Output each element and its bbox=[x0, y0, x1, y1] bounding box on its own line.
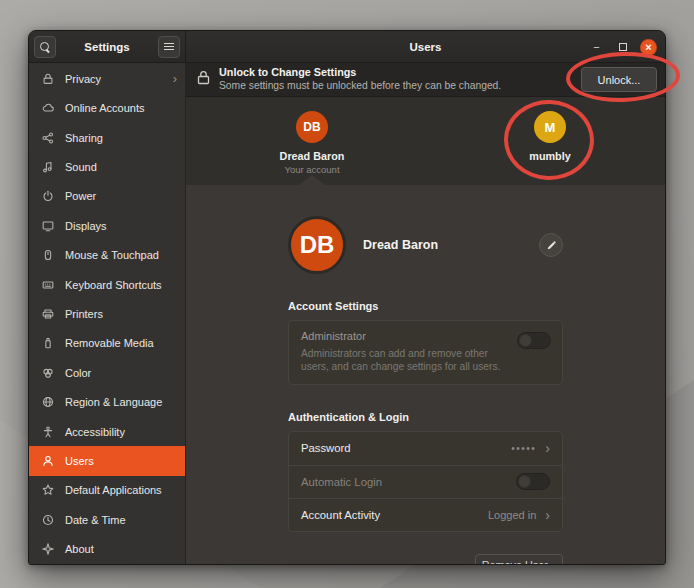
lock-icon bbox=[197, 70, 210, 89]
users-icon bbox=[40, 453, 55, 468]
printer-icon bbox=[40, 306, 55, 321]
user-details: DB Dread Baron Account Settings Administ… bbox=[186, 185, 665, 564]
settings-title: Settings bbox=[84, 41, 129, 53]
sidebar-item-sound[interactable]: Sound bbox=[29, 152, 185, 181]
search-button[interactable] bbox=[34, 36, 56, 58]
display-icon bbox=[40, 218, 55, 233]
remove-user-button[interactable]: Remove User... bbox=[475, 554, 563, 564]
auth-login-header: Authentication & Login bbox=[288, 411, 563, 423]
chevron-right-icon: › bbox=[545, 508, 550, 522]
auth-login-card: Password ••••• › Automatic Login bbox=[288, 431, 563, 533]
sidebar-item-users[interactable]: Users bbox=[29, 446, 185, 475]
sidebar-item-keyboard-shortcuts[interactable]: Keyboard Shortcuts bbox=[29, 270, 185, 299]
menu-button[interactable] bbox=[158, 36, 180, 58]
user-name: Dread Baron bbox=[363, 238, 438, 252]
administrator-card: Administrator Administrators can add and… bbox=[288, 320, 563, 385]
automatic-login-toggle[interactable] bbox=[516, 473, 550, 490]
chevron-right-icon: › bbox=[173, 72, 177, 85]
window-controls: − × bbox=[588, 31, 657, 63]
cloud-icon bbox=[40, 101, 55, 116]
headerbar-right: Users − × bbox=[186, 31, 665, 62]
share-icon bbox=[40, 130, 55, 145]
infobar-subtitle: Some settings must be unlocked before th… bbox=[219, 80, 501, 93]
accessibility-icon bbox=[40, 424, 55, 439]
users-panel: Unlock to Change Settings Some settings … bbox=[186, 63, 665, 564]
sidebar-item-displays[interactable]: Displays bbox=[29, 211, 185, 240]
user-header: DB Dread Baron bbox=[288, 216, 563, 274]
sidebar-item-region-language[interactable]: Region & Language bbox=[29, 387, 185, 416]
hamburger-icon bbox=[164, 43, 174, 51]
headerbar: Settings Users − × bbox=[29, 31, 665, 63]
sidebar-item-power[interactable]: Power bbox=[29, 182, 185, 211]
carousel-user-subtitle: Your account bbox=[284, 164, 339, 175]
carousel-user-name: Dread Baron bbox=[280, 150, 345, 162]
close-button[interactable]: × bbox=[640, 39, 657, 56]
carousel-user-dread-baron[interactable]: DB Dread Baron Your account bbox=[262, 111, 362, 175]
sidebar-item-color[interactable]: Color bbox=[29, 358, 185, 387]
lock-icon bbox=[40, 71, 55, 86]
globe-icon bbox=[40, 395, 55, 410]
sidebar-item-removable-media[interactable]: Removable Media bbox=[29, 329, 185, 358]
settings-window: Settings Users − × Privacy › Online A bbox=[28, 30, 666, 565]
unlock-infobar: Unlock to Change Settings Some settings … bbox=[186, 63, 665, 97]
password-label: Password bbox=[301, 442, 351, 454]
sidebar-item-sharing[interactable]: Sharing bbox=[29, 123, 185, 152]
keyboard-icon bbox=[40, 277, 55, 292]
sidebar-item-privacy[interactable]: Privacy › bbox=[29, 64, 185, 93]
sparkle-icon bbox=[40, 542, 55, 557]
sidebar-item-about[interactable]: About bbox=[29, 535, 185, 564]
avatar: M bbox=[534, 111, 566, 143]
sidebar-item-mouse-touchpad[interactable]: Mouse & Touchpad bbox=[29, 240, 185, 269]
infobar-title: Unlock to Change Settings bbox=[219, 66, 501, 79]
user-carousel: DB Dread Baron Your account M mumbly bbox=[186, 97, 665, 185]
chevron-right-icon: › bbox=[545, 441, 550, 455]
unlock-button[interactable]: Unlock... bbox=[581, 67, 657, 92]
carousel-user-name: mumbly bbox=[529, 150, 570, 162]
password-row[interactable]: Password ••••• › bbox=[289, 432, 562, 465]
sidebar-item-date-time[interactable]: Date & Time bbox=[29, 505, 185, 534]
search-icon bbox=[40, 42, 50, 52]
sidebar-item-printers[interactable]: Printers bbox=[29, 299, 185, 328]
toggle-knob bbox=[518, 475, 531, 488]
maximize-icon bbox=[619, 43, 627, 51]
account-settings-header: Account Settings bbox=[288, 300, 563, 312]
star-icon bbox=[40, 483, 55, 498]
toggle-knob bbox=[519, 334, 532, 347]
infobar-text: Unlock to Change Settings Some settings … bbox=[219, 66, 501, 92]
account-activity-label: Account Activity bbox=[301, 509, 380, 521]
automatic-login-row: Automatic Login bbox=[289, 465, 562, 498]
color-icon bbox=[40, 365, 55, 380]
carousel-user-mumbly[interactable]: M mumbly bbox=[500, 111, 600, 162]
sidebar-item-online-accounts[interactable]: Online Accounts bbox=[29, 93, 185, 122]
edit-name-button[interactable] bbox=[539, 233, 563, 257]
sidebar-item-default-applications[interactable]: Default Applications bbox=[29, 476, 185, 505]
automatic-login-label: Automatic Login bbox=[301, 476, 382, 488]
mouse-icon bbox=[40, 248, 55, 263]
maximize-button[interactable] bbox=[614, 39, 631, 56]
account-activity-value: Logged in bbox=[488, 509, 536, 521]
removable-media-icon bbox=[40, 336, 55, 351]
headerbar-left: Settings bbox=[29, 31, 186, 62]
administrator-description: Administrators can add and remove other … bbox=[301, 347, 506, 374]
password-value: ••••• bbox=[511, 443, 536, 454]
clock-icon bbox=[40, 512, 55, 527]
sidebar-item-accessibility[interactable]: Accessibility bbox=[29, 417, 185, 446]
selected-user-pointer bbox=[299, 175, 325, 185]
avatar: DB bbox=[296, 111, 328, 143]
administrator-label: Administrator bbox=[301, 330, 550, 342]
power-icon bbox=[40, 189, 55, 204]
pencil-icon bbox=[546, 240, 557, 251]
music-note-icon bbox=[40, 159, 55, 174]
avatar: DB bbox=[288, 216, 346, 274]
sidebar: Privacy › Online Accounts Sharing Sound … bbox=[29, 63, 186, 564]
administrator-toggle[interactable] bbox=[517, 332, 551, 349]
account-activity-row[interactable]: Account Activity Logged in › bbox=[289, 498, 562, 531]
minimize-button[interactable]: − bbox=[588, 39, 605, 56]
